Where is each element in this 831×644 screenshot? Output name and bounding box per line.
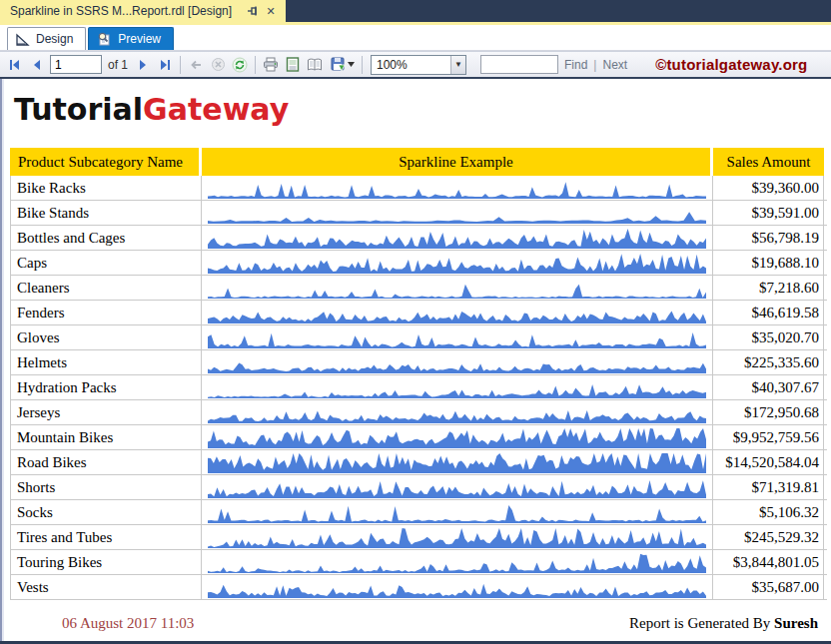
table-row: Bottles and Cages$56,798.19 [10,226,827,251]
sales-amount-cell: $9,952,759.56 [713,425,824,449]
find-text-input[interactable] [480,55,558,74]
zoom-dropdown-arrow-icon[interactable]: ▼ [450,56,465,74]
toolbar-separator [180,56,181,74]
logo-gateway-text: Gateway [143,92,289,127]
sparkline-cell [202,575,713,599]
pin-icon[interactable] [246,4,260,18]
zoom-value: 100% [372,58,450,72]
table-row: Touring Bikes$3,844,801.05 [10,550,827,575]
sparkline-cell [202,500,713,524]
logo-tutorial-text: Tutorial [14,92,143,127]
document-tab-title: Sparkline in SSRS M...Report.rdl [Design… [10,4,232,18]
author-name: Suresh [774,615,818,631]
subcategory-name-cell: Caps [10,251,202,275]
subcategory-name-cell: Gloves [10,325,202,349]
sparkline-report-table: Product Subcategory Name Sparkline Examp… [10,148,827,600]
sparkline-cell [202,375,713,399]
print-button[interactable] [260,54,282,76]
subcategory-name-cell: Fenders [10,301,202,324]
header-sparkline-example: Sparkline Example [202,148,713,176]
page-count-label: of 1 [108,58,128,72]
sales-amount-cell: $46,619.58 [713,301,824,324]
sales-amount-cell: $39,591.00 [713,201,824,225]
tab-preview[interactable]: Preview [88,27,174,50]
export-button[interactable] [326,54,358,76]
sales-amount-cell: $245,529.32 [713,525,824,549]
sparkline-cell [202,475,713,499]
sales-amount-cell: $35,020.70 [713,325,824,349]
table-row: Bike Stands$39,591.00 [10,201,827,226]
sparkline-cell [202,251,713,275]
sparkline-chart [208,352,706,373]
table-row: Cleaners$7,218.60 [10,276,827,301]
table-row: Caps$19,688.10 [10,251,827,276]
first-page-button[interactable] [4,54,26,76]
subcategory-name-cell: Road Bikes [10,450,202,474]
sales-amount-cell: $14,520,584.04 [713,450,824,474]
table-row: Socks$5,106.32 [10,500,827,525]
sparkline-cell [202,525,713,549]
sales-amount-cell: $71,319.81 [713,475,824,499]
sparkline-chart [208,278,706,299]
sparkline-chart [208,527,706,548]
tab-design-label: Design [36,32,73,46]
sales-amount-cell: $19,688.10 [713,251,824,275]
sales-amount-cell: $3,844,801.05 [713,550,824,574]
table-body: Bike Racks$39,360.00Bike Stands$39,591.0… [10,176,827,600]
sparkline-chart [208,377,706,398]
subcategory-name-cell: Socks [10,500,202,524]
table-row: Jerseys$172,950.68 [10,400,827,425]
document-tab-strip: Sparkline in SSRS M...Report.rdl [Design… [0,0,831,22]
zoom-combobox[interactable]: 100% ▼ [371,55,466,75]
page-setup-button[interactable] [304,54,326,76]
sales-amount-cell: $35,687.00 [713,575,824,599]
sparkline-cell [202,425,713,449]
find-next-link[interactable]: Next [602,58,627,72]
sparkline-cell [202,350,713,374]
tab-design[interactable]: Design [7,27,86,50]
table-header-row: Product Subcategory Name Sparkline Examp… [10,148,827,176]
app-window: Sparkline in SSRS M...Report.rdl [Design… [0,0,831,644]
subcategory-name-cell: Hydration Packs [10,375,202,399]
sparkline-chart [208,452,706,473]
report-generated-by: Report is Generated By Suresh [629,615,818,632]
sparkline-cell [202,201,713,225]
toolbar-separator [255,56,256,74]
toolbar-separator [362,56,363,74]
document-tab[interactable]: Sparkline in SSRS M...Report.rdl [Design… [0,0,286,22]
subcategory-name-cell: Shorts [10,475,202,499]
report-toolbar: of 1 100% [0,51,831,79]
previous-page-button[interactable] [26,54,48,76]
refresh-button[interactable] [229,54,251,76]
subcategory-name-cell: Tires and Tubes [10,525,202,549]
sparkline-chart [208,253,706,274]
subcategory-name-cell: Cleaners [10,276,202,300]
stop-rendering-button[interactable] [207,54,229,76]
tutorialgateway-watermark: ©tutorialgateway.org [655,56,807,73]
subcategory-name-cell: Mountain Bikes [10,425,202,449]
view-tab-bar: Design Preview [0,25,831,51]
table-row: Vests$35,687.00 [10,575,827,600]
page-number-input[interactable] [50,55,102,74]
sparkline-cell [202,176,713,200]
subcategory-name-cell: Bottles and Cages [10,226,202,250]
tutorialgateway-logo: TutorialGateway [14,92,831,127]
sparkline-cell [202,276,713,300]
last-page-button[interactable] [154,54,176,76]
subcategory-name-cell: Touring Bikes [10,550,202,574]
sparkline-chart [208,178,706,199]
close-icon[interactable]: ✕ [264,4,278,18]
find-link[interactable]: Find [564,58,587,72]
table-row: Road Bikes$14,520,584.04 [10,450,827,475]
header-product-subcategory: Product Subcategory Name [10,148,202,176]
sparkline-cell [202,450,713,474]
sparkline-chart [208,577,706,598]
header-sales-amount: Sales Amount [713,148,824,176]
back-button[interactable] [185,54,207,76]
table-row: Mountain Bikes$9,952,759.56 [10,425,827,450]
print-layout-button[interactable] [282,54,304,76]
table-row: Fenders$46,619.58 [10,301,827,325]
sparkline-chart [208,303,706,323]
table-row: Gloves$35,020.70 [10,325,827,350]
next-page-button[interactable] [132,54,154,76]
